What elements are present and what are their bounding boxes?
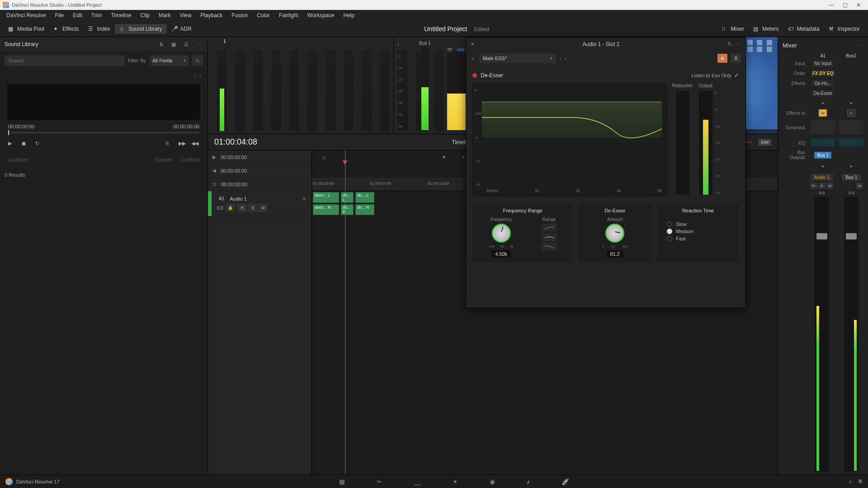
fusion-page-button[interactable]: ✦ xyxy=(453,478,458,485)
menu-edit[interactable]: Edit xyxy=(68,10,87,20)
reaction-medium-radio[interactable]: Medium xyxy=(667,228,729,235)
menu-davinci[interactable]: DaVinci Resolve xyxy=(2,10,51,20)
menu-workspace[interactable]: Workspace xyxy=(303,10,339,20)
amount-knob[interactable] xyxy=(605,224,624,243)
sound-library-button[interactable]: ♫Sound Library xyxy=(115,24,167,34)
range-shape-low[interactable] xyxy=(542,243,557,251)
list-view-icon[interactable]: ☰ xyxy=(182,40,190,48)
cut-page-button[interactable]: ✂ xyxy=(377,478,382,485)
menu-file[interactable]: File xyxy=(51,10,68,20)
menu-clip[interactable]: Clip xyxy=(136,10,154,20)
compare-b-button[interactable]: B xyxy=(731,54,741,63)
maximize-button[interactable]: ▢ xyxy=(838,2,852,8)
eq-a1[interactable] xyxy=(811,138,835,146)
input-select[interactable]: No Input xyxy=(812,60,834,67)
listen-ess-checkbox[interactable]: ✓ xyxy=(734,72,739,79)
effects-in-bus[interactable]: In xyxy=(847,109,855,117)
menu-timeline[interactable]: Timeline xyxy=(106,10,136,20)
search-input[interactable] xyxy=(5,55,124,66)
effect-slot-2[interactable]: De-Esser xyxy=(811,90,834,97)
track-name[interactable]: Audio 1 xyxy=(230,196,246,202)
menu-playback[interactable]: Playback xyxy=(196,10,227,20)
amount-value[interactable]: 81.2 xyxy=(607,250,623,258)
lock-icon[interactable]: 🔒 xyxy=(226,204,235,212)
media-page-button[interactable]: ▦ xyxy=(339,478,345,485)
meters-toggle[interactable]: ▤Meters xyxy=(749,24,783,34)
bypass-indicator[interactable] xyxy=(472,73,477,78)
playhead[interactable] xyxy=(345,150,345,474)
grid-view-icon[interactable]: ▦ xyxy=(170,40,178,48)
range-shape-high[interactable] xyxy=(542,224,557,232)
fader-a1-slider[interactable] xyxy=(815,197,829,472)
effects-in-a1[interactable]: In xyxy=(819,109,827,117)
color-page-button[interactable]: ◉ xyxy=(490,478,495,485)
close-button[interactable]: ✕ xyxy=(852,2,865,8)
menu-view[interactable]: View xyxy=(175,10,196,20)
preset-select[interactable]: Male ESS*▾ xyxy=(479,53,556,63)
dim-button[interactable]: DIM xyxy=(759,139,772,145)
next-preset-icon[interactable]: › xyxy=(565,56,567,61)
deliver-page-button[interactable]: 🚀 xyxy=(561,478,569,485)
mute-button[interactable]: M xyxy=(259,204,268,212)
dynamics-a1[interactable] xyxy=(811,120,835,134)
audio-clip[interactable]: dees... R xyxy=(313,204,339,215)
track-id[interactable]: A1 xyxy=(217,195,226,202)
edit-page-button[interactable]: ⎯⎯ xyxy=(414,478,421,485)
index-button[interactable]: ☰Index xyxy=(84,24,115,34)
menu-help[interactable]: Help xyxy=(339,10,359,20)
prev-preset-icon[interactable]: ‹ xyxy=(560,56,561,61)
bus-output-a1[interactable]: Bus 1 xyxy=(814,152,831,159)
loop-button[interactable]: ↻ xyxy=(35,141,43,149)
favorite-filter-button[interactable]: ☆ xyxy=(192,55,203,66)
more-icon[interactable]: ⋯ xyxy=(195,40,203,48)
plugin-more-icon[interactable]: ⋯ xyxy=(736,41,741,47)
reaction-fast-radio[interactable]: Fast xyxy=(667,235,729,242)
menu-trim[interactable]: Trim xyxy=(87,10,107,20)
next-clip-icon[interactable]: ▶▶ xyxy=(179,141,187,149)
confirm-button[interactable]: Confirm xyxy=(180,157,199,163)
audio-clip[interactable]: de... R xyxy=(355,204,374,215)
sort-icon[interactable]: ⇅ xyxy=(157,40,165,48)
audio-clip[interactable]: de... L xyxy=(341,192,354,203)
audio-clip[interactable]: de... L xyxy=(355,192,374,203)
effect-slot-1[interactable]: De-Hu... xyxy=(812,80,834,87)
plugin-reset-icon[interactable]: ↻ xyxy=(727,41,731,47)
range-shape-mid[interactable] xyxy=(542,233,557,241)
frequency-value[interactable]: 4.50k xyxy=(491,250,511,258)
fader-bus1-slider[interactable] xyxy=(844,197,859,472)
inspector-toggle[interactable]: ⚒Inspector xyxy=(824,24,864,34)
stop-button[interactable]: ◼ xyxy=(22,141,30,149)
dynamics-bus[interactable] xyxy=(839,120,863,134)
audio-clip[interactable]: de... R xyxy=(341,204,354,215)
fx-order[interactable]: FX DY EQ xyxy=(811,70,835,77)
next-icon[interactable]: › xyxy=(199,72,201,78)
track-fx-indicator[interactable]: fx xyxy=(303,197,306,201)
audition-button[interactable]: Audition xyxy=(8,157,28,163)
meter-track-1[interactable]: 1 xyxy=(223,39,226,47)
frequency-graph[interactable]: 60dB-6-12-18 500Hz1k2k4k8k xyxy=(472,83,667,196)
prev-icon[interactable]: ‹ xyxy=(194,72,196,78)
main-timecode[interactable]: 01:00:04:08 xyxy=(214,137,257,147)
plugin-close-button[interactable]: ✕ xyxy=(471,41,475,47)
mixer-toggle[interactable]: ⎍Mixer xyxy=(717,24,749,34)
mixer-more-icon[interactable]: ⋯ xyxy=(859,42,863,48)
menu-mark[interactable]: Mark xyxy=(154,10,175,20)
pointer-tool-icon[interactable]: ➤ xyxy=(442,154,446,160)
cancel-button[interactable]: Cancel xyxy=(155,157,171,163)
settings-icon[interactable]: ⚙ xyxy=(858,479,863,484)
menu-fairlight[interactable]: Fairlight xyxy=(274,10,303,20)
adr-button[interactable]: 🎤ADR xyxy=(167,24,196,34)
add-preset-icon[interactable]: ＋ xyxy=(471,55,476,62)
reaction-slow-radio[interactable]: Slow xyxy=(667,221,729,228)
metadata-toggle[interactable]: 🏷Metadata xyxy=(783,24,824,34)
fairlight-page-button[interactable]: ♪ xyxy=(527,478,530,485)
effects-button[interactable]: ✦Effects xyxy=(49,24,83,34)
snap-icon[interactable]: ⎌ xyxy=(323,155,326,160)
compare-a-button[interactable]: A xyxy=(717,54,727,63)
menu-color[interactable]: Color xyxy=(252,10,274,20)
eq-bus[interactable] xyxy=(839,138,863,146)
media-pool-button[interactable]: ▦Media Pool xyxy=(4,24,49,34)
home-icon[interactable]: ⌂ xyxy=(849,479,852,484)
insert-icon[interactable]: ⎘ xyxy=(166,141,174,149)
play-button[interactable]: ▶ xyxy=(8,141,16,149)
